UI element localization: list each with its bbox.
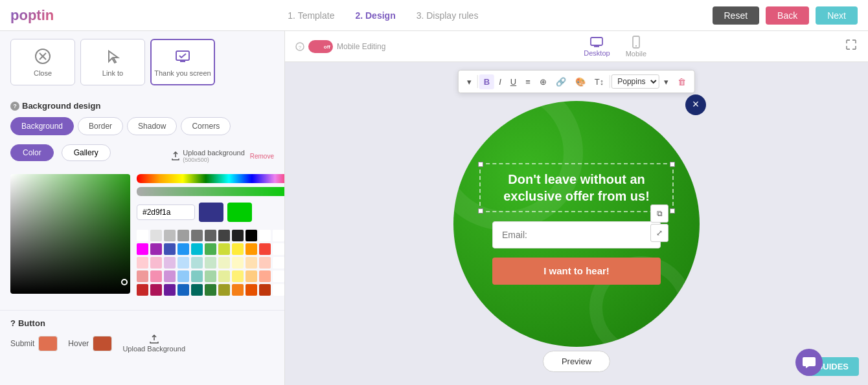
preview-button[interactable]: Preview (543, 351, 610, 372)
tab-shadow[interactable]: Shadow (127, 117, 177, 135)
color-swatch[interactable] (273, 230, 284, 241)
color-swatch[interactable] (273, 243, 284, 255)
toolbar-italic-btn[interactable]: I (494, 74, 506, 89)
tab-corners[interactable]: Corners (181, 117, 231, 135)
toolbar-link-btn[interactable]: 🔗 (551, 74, 571, 89)
hex-input[interactable] (137, 204, 195, 220)
color-swatch[interactable] (273, 284, 284, 296)
color-swatch[interactable] (137, 284, 148, 296)
toolbar-dropdown-btn[interactable]: ▾ (463, 74, 476, 89)
color-swatch[interactable] (150, 243, 162, 255)
color-swatch[interactable] (259, 243, 271, 255)
headline-container[interactable]: Don't leave without an exclusive offer f… (479, 163, 674, 212)
color-swatch[interactable] (191, 257, 203, 269)
color-swatch[interactable] (273, 257, 284, 269)
color-swatch[interactable] (150, 270, 162, 282)
color-swatch[interactable] (205, 230, 216, 241)
color-swatch[interactable] (259, 257, 271, 269)
color-swatch[interactable] (164, 243, 176, 255)
color-swatch[interactable] (164, 230, 176, 241)
color-swatch[interactable] (150, 257, 162, 269)
handle-tl[interactable] (478, 162, 483, 167)
color-swatch[interactable] (137, 270, 148, 282)
color-swatch[interactable] (177, 257, 189, 269)
color-swatch[interactable] (246, 270, 257, 282)
color-swatch[interactable] (232, 270, 244, 282)
reset-button[interactable]: Reset (713, 6, 760, 25)
device-btn-mobile[interactable]: Mobile (626, 36, 646, 58)
tab-background[interactable]: Background (10, 117, 74, 135)
chat-widget[interactable] (795, 349, 823, 376)
device-btn-desktop[interactable]: Desktop (584, 36, 610, 57)
color-canvas[interactable] (10, 174, 130, 294)
toolbar-color-btn[interactable]: 🎨 (571, 74, 590, 89)
color-swatch[interactable] (137, 257, 148, 269)
color-swatch[interactable] (205, 257, 216, 269)
color-swatch[interactable] (177, 270, 189, 282)
color-swatch[interactable] (218, 257, 230, 269)
toolbar-font-dropdown-btn[interactable]: ▾ (659, 74, 673, 89)
color-swatch[interactable] (205, 243, 216, 255)
color-swatch[interactable] (232, 230, 244, 241)
color-swatch[interactable] (150, 230, 162, 241)
toolbar-underline-btn[interactable]: U (506, 74, 521, 89)
color-swatch[interactable] (246, 243, 257, 255)
color-swatch[interactable] (164, 257, 176, 269)
hover-color-box[interactable] (93, 336, 112, 351)
color-swatch[interactable] (164, 284, 176, 296)
color-swatch[interactable] (205, 284, 216, 296)
next-button[interactable]: Next (816, 6, 858, 25)
toolbar-align-btn[interactable]: ≡ (521, 74, 535, 89)
color-swatch[interactable] (218, 243, 230, 255)
action-btn-linkto[interactable]: Link to (80, 39, 145, 85)
toolbar-fontsize-btn[interactable]: T↕ (590, 74, 608, 89)
tab-border[interactable]: Border (78, 117, 123, 135)
color-swatch[interactable] (259, 230, 271, 241)
toolbar-bold-btn[interactable]: B (479, 74, 494, 89)
button-help-icon[interactable]: ? (10, 318, 16, 328)
step-display-rules[interactable]: 3. Display rules (417, 10, 479, 21)
mobile-toggle-switch[interactable] (308, 40, 333, 53)
color-swatch[interactable] (232, 257, 244, 269)
step-template[interactable]: 1. Template (288, 10, 334, 21)
color-swatch[interactable] (218, 284, 230, 296)
color-swatch[interactable] (191, 230, 203, 241)
color-swatch[interactable] (218, 230, 230, 241)
color-swatch[interactable] (177, 230, 189, 241)
color-swatch[interactable] (164, 270, 176, 282)
color-swatch[interactable] (205, 270, 216, 282)
color-swatch[interactable] (150, 284, 162, 296)
color-swatch[interactable] (259, 284, 271, 296)
rainbow-slider[interactable] (137, 174, 285, 183)
popup-close-button[interactable]: × (685, 94, 706, 115)
help-icon[interactable]: ? (10, 102, 19, 111)
copy-btn[interactable]: ⧉ (650, 204, 668, 223)
color-swatch[interactable] (218, 270, 230, 282)
toolbar-delete-btn[interactable]: 🗑 (673, 74, 691, 89)
color-swatch[interactable] (137, 243, 148, 255)
popup-email-input[interactable] (492, 221, 661, 248)
handle-tr[interactable] (670, 162, 675, 167)
color-swatch[interactable] (246, 230, 257, 241)
expand-button[interactable] (845, 38, 858, 54)
color-swatch[interactable] (177, 243, 189, 255)
color-swatch[interactable] (232, 243, 244, 255)
popup-submit-btn[interactable]: I want to hear! (492, 258, 661, 285)
back-button[interactable]: Back (766, 6, 809, 25)
font-select[interactable]: Poppins (611, 74, 659, 89)
color-swatch[interactable] (246, 257, 257, 269)
gallery-toggle-btn[interactable]: Gallery (62, 144, 111, 161)
upload-bg-btn[interactable]: Upload Background (122, 335, 185, 353)
opacity-slider[interactable] (137, 187, 285, 196)
color-toggle-btn[interactable]: Color (10, 144, 54, 161)
expand-element-btn[interactable]: ⤢ (650, 224, 668, 242)
action-btn-close[interactable]: Close (10, 39, 75, 85)
color-swatch[interactable] (273, 270, 284, 282)
step-design[interactable]: 2. Design (355, 10, 395, 21)
color-swatch[interactable] (137, 230, 148, 241)
color-swatch[interactable] (246, 284, 257, 296)
color-swatch[interactable] (191, 284, 203, 296)
handle-br[interactable] (670, 208, 675, 214)
upload-bg-button[interactable]: Upload background (500x500) Remove (171, 149, 274, 163)
color-swatch[interactable] (177, 284, 189, 296)
